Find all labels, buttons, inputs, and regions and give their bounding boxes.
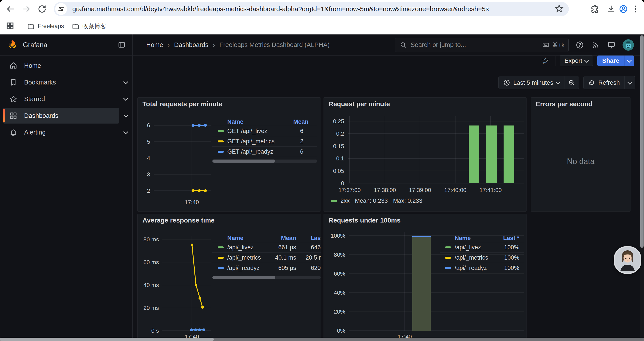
sidebar-item-alerting[interactable]: Alerting [3, 124, 119, 140]
share-button[interactable]: Share [597, 56, 624, 66]
panel-title[interactable]: Average response time [142, 217, 214, 224]
sidebar-item-starred[interactable]: Starred [3, 91, 119, 107]
legend-scrollbar-thumb[interactable] [212, 160, 275, 163]
apps-grid-icon[interactable] [6, 22, 15, 31]
sidebar-item-bookmarks[interactable]: Bookmarks [3, 74, 119, 90]
series-value: 661 µs [263, 244, 296, 251]
legend-column-header[interactable]: Las [296, 235, 321, 242]
bar-cap [412, 236, 431, 237]
series-point [192, 124, 194, 127]
panel-title[interactable]: Errors per second [536, 100, 592, 108]
bar [504, 126, 514, 183]
series-max: Max: 0.233 [393, 197, 422, 204]
chart-requests-under-100ms[interactable]: 100%80%60%40%20%0%17:40 [324, 214, 527, 341]
series-name[interactable]: GET /api/_readyz [227, 148, 293, 155]
series-name[interactable]: 2xx [340, 197, 350, 204]
series-name[interactable]: /api/_livez [227, 244, 263, 251]
panel-title[interactable]: Total requests per minute [142, 100, 222, 108]
panel-title[interactable]: Requests under 100ms [328, 217, 400, 224]
folder-icon [72, 23, 79, 30]
download-icon[interactable] [605, 3, 617, 15]
legend-column-header[interactable]: Name [440, 235, 496, 242]
panel-title[interactable]: Request per minute [328, 100, 390, 108]
url-text[interactable]: grafana.mathmast.com/d/deytv4rwavabkb/fr… [72, 5, 554, 13]
favorite-star-icon[interactable]: ☆ [541, 56, 550, 65]
y-tick-label: 0.1 [336, 155, 344, 162]
breadcrumb-dashboards[interactable]: Dashboards [174, 41, 208, 49]
address-bar[interactable]: grafana.mathmast.com/d/deytv4rwavabkb/fr… [54, 2, 569, 16]
series-name[interactable]: /api/_metrics [227, 254, 263, 261]
chevron-down-icon[interactable] [124, 129, 128, 134]
time-range-button[interactable]: Last 5 minutes [499, 76, 564, 89]
legend-column-header[interactable]: Last * [496, 235, 524, 242]
panel-requests-under-100ms: 100%80%60%40%20%0%17:40 Requests under 1… [324, 214, 526, 341]
series-name[interactable]: /api/_livez [454, 244, 496, 251]
sidebar-item-label: Bookmarks [24, 79, 56, 86]
series-name[interactable]: /api/_readyz [227, 265, 263, 271]
refresh-button[interactable]: Refresh [584, 76, 624, 89]
reload-icon[interactable] [36, 3, 48, 15]
bookmark-folder-blogs[interactable]: 收藏博客 [68, 21, 110, 32]
series-name[interactable]: GET /api/_livez [227, 128, 293, 135]
legend-scrollbar[interactable] [212, 276, 321, 279]
series-value: 2 [293, 138, 318, 145]
zoom-out-icon [568, 79, 575, 86]
sidebar-toggle-icon[interactable] [118, 41, 126, 49]
export-button[interactable]: Export [560, 55, 593, 66]
panel-request-per-minute: 0.250.20.150.10.05017:37:0017:38:0017:39… [324, 97, 526, 212]
bar [412, 236, 431, 331]
y-tick-label: 0.2 [336, 130, 344, 137]
series-value: 40.1 ms [263, 254, 296, 261]
legend-column-header[interactable]: Name [212, 235, 263, 242]
vertical-scrollbar-thumb[interactable] [640, 35, 644, 248]
zoom-out-button[interactable] [564, 76, 579, 89]
extensions-icon[interactable] [589, 3, 601, 15]
legend-row: GET /api/_livez6 [212, 126, 318, 136]
breadcrumb-home[interactable]: Home [146, 41, 163, 49]
back-icon[interactable] [4, 3, 17, 15]
bookmark-folder-freeleaps[interactable]: Freeleaps [23, 21, 68, 32]
series-name[interactable]: /api/_readyz [454, 265, 496, 271]
help-icon[interactable] [575, 40, 584, 50]
news-rss-icon[interactable] [591, 40, 600, 50]
refresh-interval-button[interactable] [624, 76, 635, 89]
horizontal-scrollbar-thumb[interactable] [0, 338, 214, 341]
horizontal-scrollbar[interactable] [0, 338, 644, 341]
bookmark-star-icon[interactable] [554, 4, 565, 14]
assistant-avatar-widget[interactable] [614, 246, 641, 274]
share-menu-button[interactable] [624, 56, 634, 66]
legend-column-header[interactable]: Mean [263, 235, 296, 242]
sidebar-item-home[interactable]: Home [3, 58, 119, 74]
header-icons [575, 39, 634, 51]
legend-scrollbar[interactable] [212, 160, 318, 163]
series-name[interactable]: /api/_metrics [454, 254, 496, 261]
legend-column-header[interactable]: Mean [293, 119, 318, 125]
menu-kebab-icon[interactable] [630, 3, 642, 15]
series-color-pill [445, 267, 451, 269]
y-tick-label: 0.05 [333, 168, 344, 174]
y-tick-label: 40% [334, 289, 345, 296]
user-avatar[interactable] [622, 39, 634, 51]
profile-icon[interactable] [617, 3, 630, 15]
chevron-down-icon[interactable] [124, 79, 128, 84]
grafana-header-left: Grafana [0, 35, 132, 55]
series-name[interactable]: GET /api/_metrics [227, 138, 293, 145]
legend-column-header[interactable]: Name [212, 119, 293, 125]
y-tick-label: 60% [334, 270, 345, 277]
chevron-down-icon[interactable] [124, 113, 128, 118]
series-value: 6 [293, 148, 318, 155]
chart-request-per-minute[interactable]: 0.250.20.150.10.05017:37:0017:38:0017:39… [324, 98, 527, 212]
legend-scrollbar-thumb[interactable] [212, 276, 275, 279]
search-input[interactable]: Search or jump to... ⌘+k [395, 38, 568, 52]
monitor-icon[interactable] [607, 40, 616, 50]
legend-row: /api/_readyz605 µs620 [212, 263, 321, 273]
grafana-logo[interactable] [6, 39, 18, 51]
y-tick-label: 0 [341, 180, 344, 187]
site-settings-icon[interactable] [55, 3, 67, 15]
sidebar-item-dashboards[interactable]: Dashboards [3, 108, 119, 124]
grafana-brand[interactable]: Grafana [23, 41, 47, 49]
chevron-down-icon[interactable] [124, 96, 128, 101]
sidebar-item-label: Alerting [24, 129, 46, 136]
vertical-scrollbar[interactable] [640, 35, 644, 341]
legend-header: NameLast * [440, 234, 524, 242]
